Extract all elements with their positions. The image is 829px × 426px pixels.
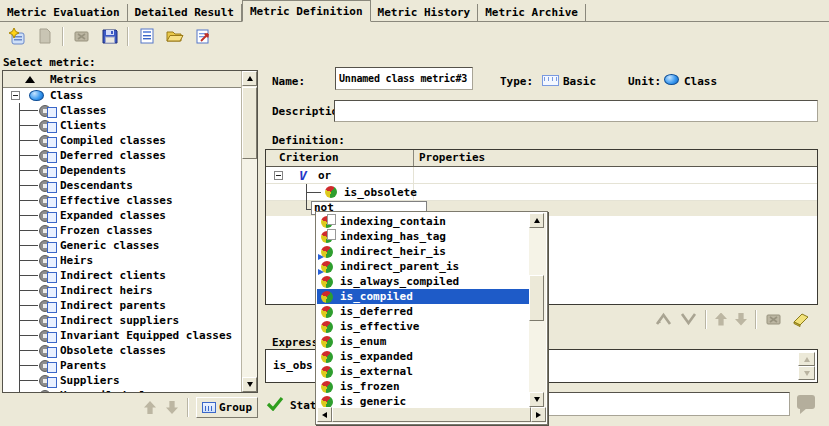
- tree-scrollbar-thumb[interactable]: [242, 87, 257, 159]
- criterion-pie-icon: [321, 276, 333, 288]
- spinner-down-icon[interactable]: [798, 366, 815, 380]
- insert-or-operator-icon[interactable]: [680, 312, 697, 326]
- tree-item-metric[interactable]: Deferred classes: [3, 148, 241, 163]
- tree-item-metric[interactable]: Descendants: [3, 178, 241, 193]
- open-metric-file-button[interactable]: [164, 26, 185, 46]
- metric-icon: [39, 179, 57, 192]
- tree-item-metric[interactable]: Heirs: [3, 253, 241, 268]
- tree-item-metric[interactable]: Classes: [3, 103, 241, 118]
- tree-item-metric[interactable]: Clients: [3, 118, 241, 133]
- tree-item-label: Indirect heirs: [60, 284, 153, 297]
- scroll-down-icon[interactable]: [529, 392, 544, 407]
- move-metric-down-button[interactable]: [162, 399, 182, 416]
- scroll-up-icon[interactable]: [242, 71, 257, 86]
- export-metrics-button[interactable]: [192, 26, 213, 46]
- dropdown-item-label: is_frozen: [340, 380, 400, 393]
- tree-item-metric[interactable]: Parents: [3, 358, 241, 373]
- scroll-right-icon[interactable]: [531, 407, 546, 422]
- tree-item-metric[interactable]: Indirect suppliers: [3, 313, 241, 328]
- tab-metric-archive[interactable]: Metric Archive: [478, 4, 586, 21]
- properties-column-header[interactable]: Properties: [419, 151, 485, 164]
- scroll-left-icon[interactable]: [317, 407, 332, 422]
- tree-item-label: Expanded classes: [60, 209, 166, 222]
- delete-criterion-icon[interactable]: [765, 311, 783, 327]
- dropdown-item[interactable]: indirect_parent_is: [317, 259, 529, 274]
- dropdown-vertical-scrollbar[interactable]: [529, 213, 546, 407]
- tree-item-label: Compiled classes: [60, 134, 166, 147]
- dropdown-item[interactable]: is_enum: [317, 334, 529, 349]
- tree-item-metric[interactable]: Dependents: [3, 163, 241, 178]
- dropdown-item[interactable]: is_deferred: [317, 304, 529, 319]
- tree-item-metric[interactable]: Generic classes: [3, 238, 241, 253]
- eraser-icon[interactable]: [791, 311, 811, 327]
- tab-metric-evaluation[interactable]: Metric Evaluation: [0, 4, 128, 21]
- save-metric-button[interactable]: [99, 26, 120, 46]
- tree-item-metric[interactable]: Indirect parents: [3, 298, 241, 313]
- tab-detailed-result[interactable]: Detailed Result: [128, 4, 242, 21]
- tab-metric-definition[interactable]: Metric Definition: [242, 0, 371, 22]
- dropdown-item-label: indexing_contain: [340, 215, 446, 228]
- class-unit-icon: [29, 90, 44, 101]
- dropdown-item-label: is_effective: [340, 320, 419, 333]
- criterion-row-is-obsolete[interactable]: is_obsolete: [266, 184, 817, 201]
- metrics-header-label: Metrics: [50, 73, 96, 86]
- dropdown-item[interactable]: is_effective: [317, 319, 529, 334]
- metric-tree-panel: Metrics Class Classes Clients Compiled c…: [2, 70, 258, 393]
- expression-value[interactable]: is_obs: [273, 359, 313, 372]
- dropdown-item[interactable]: is_external: [317, 364, 529, 379]
- dropdown-item[interactable]: is_compiled: [317, 289, 529, 304]
- tree-item-class-root[interactable]: Class: [3, 88, 241, 103]
- criterion-column-header[interactable]: Criterion: [279, 151, 339, 164]
- dropdown-item-label: is_compiled: [340, 290, 413, 303]
- tab-metric-history[interactable]: Metric History: [371, 4, 479, 21]
- tree-item-metric[interactable]: Invariant Equipped classes: [3, 328, 241, 343]
- insert-and-operator-icon[interactable]: [655, 312, 672, 326]
- tree-item-metric[interactable]: Suppliers: [3, 373, 241, 388]
- dropdown-item[interactable]: is_frozen: [317, 379, 529, 394]
- dropdown-scrollbar-thumb[interactable]: [529, 275, 544, 321]
- dropdown-item[interactable]: is_expanded: [317, 349, 529, 364]
- metric-icon: [39, 359, 57, 372]
- collapse-box-icon[interactable]: [11, 91, 20, 100]
- duplicate-metric-button[interactable]: [34, 26, 55, 46]
- delete-metric-button[interactable]: [71, 26, 92, 46]
- move-criterion-up-button[interactable]: [715, 313, 727, 326]
- name-input[interactable]: [335, 67, 473, 90]
- group-toggle-button[interactable]: Group: [196, 397, 258, 418]
- tree-item-metric[interactable]: Obsolete classes: [3, 343, 241, 358]
- group-button-label: Group: [219, 401, 252, 414]
- dropdown-item[interactable]: is_generic: [317, 394, 529, 407]
- metric-icon: [39, 224, 57, 237]
- tree-scrollbar[interactable]: [241, 71, 257, 392]
- criterion-pie-icon: [321, 216, 333, 228]
- description-input[interactable]: [334, 100, 818, 122]
- comment-bubble-icon[interactable]: [797, 395, 815, 409]
- dropdown-item-label: is_generic: [340, 395, 406, 407]
- scroll-down-icon[interactable]: [242, 377, 257, 392]
- dropdown-item[interactable]: indirect_heir_is: [317, 244, 529, 259]
- tree-item-metric[interactable]: Effective classes: [3, 193, 241, 208]
- metrics-column-header[interactable]: Metrics: [3, 71, 241, 88]
- dropdown-item[interactable]: indexing_has_tag: [317, 229, 529, 244]
- tree-item-metric[interactable]: Uncompiled classes: [3, 388, 241, 392]
- move-criterion-down-button[interactable]: [735, 313, 747, 326]
- new-metric-button[interactable]: [6, 26, 27, 46]
- tree-item-metric[interactable]: Compiled classes: [3, 133, 241, 148]
- criterion-label: is_obsolete: [344, 186, 417, 199]
- dropdown-hscrollbar-thumb[interactable]: [332, 407, 531, 422]
- tree-item-metric[interactable]: Indirect heirs: [3, 283, 241, 298]
- tree-item-metric[interactable]: Expanded classes: [3, 208, 241, 223]
- type-label: Type:: [500, 75, 533, 88]
- dropdown-item[interactable]: is_always_compiled: [317, 274, 529, 289]
- dropdown-horizontal-scrollbar[interactable]: [317, 407, 546, 423]
- spinner-up-icon[interactable]: [798, 352, 815, 366]
- tree-item-metric[interactable]: Frozen classes: [3, 223, 241, 238]
- dropdown-item[interactable]: indexing_contain: [317, 214, 529, 229]
- import-metrics-button[interactable]: [136, 26, 157, 46]
- collapse-box-icon[interactable]: [274, 171, 283, 180]
- tree-item-metric[interactable]: Indirect clients: [3, 268, 241, 283]
- scroll-up-icon[interactable]: [529, 213, 544, 228]
- duplicate-metric-icon: [36, 27, 54, 45]
- criterion-row-or[interactable]: V or: [266, 167, 817, 184]
- move-metric-up-button[interactable]: [140, 399, 160, 416]
